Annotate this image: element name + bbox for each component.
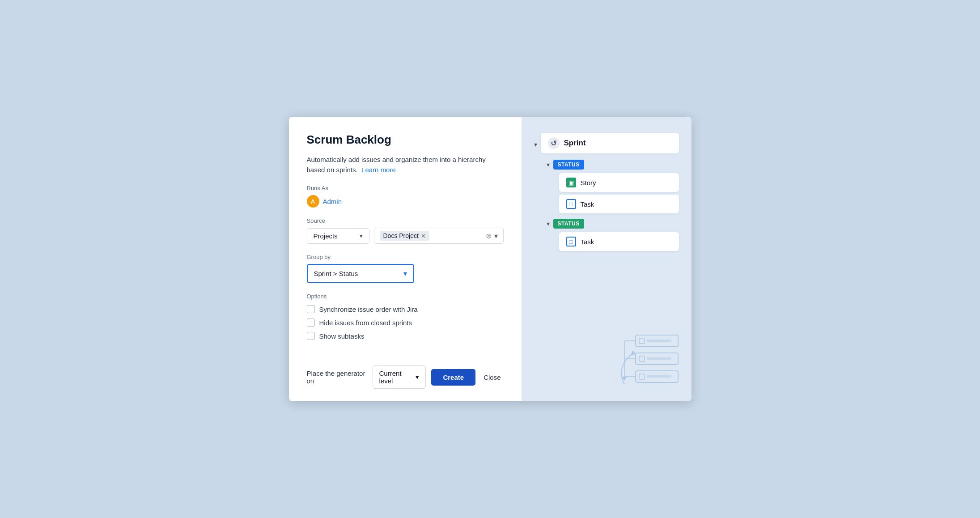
dialog-title: Scrum Backlog — [307, 133, 504, 147]
groupby-select[interactable]: Sprint > Status ▾ — [307, 264, 414, 283]
option-subtasks[interactable]: Show subtasks — [307, 332, 504, 340]
runs-as-section: Runs As A Admin — [307, 185, 504, 208]
avatar: A — [307, 195, 319, 208]
second-task-icon: □ — [566, 237, 576, 246]
svg-rect-6 — [647, 357, 671, 360]
groupby-label: Group by — [307, 254, 504, 260]
svg-rect-9 — [647, 375, 671, 378]
project-tag-input[interactable]: Docs Project ✕ ⊗ ▾ — [374, 228, 504, 244]
svg-rect-3 — [647, 340, 671, 342]
tag-clear-icon[interactable]: ⊗ — [486, 232, 492, 240]
tag-remove-icon[interactable]: ✕ — [421, 233, 426, 239]
source-section: Source Projects ▾ Docs Project ✕ ⊗ ▾ — [307, 217, 504, 244]
groupby-chevron-icon: ▾ — [403, 269, 407, 278]
story-card: ▣ Story — [559, 173, 679, 192]
left-panel: Scrum Backlog Automatically add issues a… — [289, 117, 522, 401]
sprint-row: ▾ ↺ Sprint — [534, 133, 679, 156]
source-chevron-icon: ▾ — [360, 233, 363, 239]
second-status-badge: STATUS — [553, 219, 584, 229]
second-status-row: ▾ STATUS — [547, 219, 679, 229]
runs-as-label: Runs As — [307, 185, 504, 191]
source-select[interactable]: Projects ▾ — [307, 228, 369, 244]
decorative-diagram — [611, 331, 683, 391]
sprint-chevron-icon[interactable]: ▾ — [534, 141, 537, 148]
sync-checkbox[interactable] — [307, 305, 315, 313]
source-row: Projects ▾ Docs Project ✕ ⊗ ▾ — [307, 228, 504, 244]
first-status-row: ▾ STATUS — [547, 160, 679, 170]
subtasks-checkbox[interactable] — [307, 332, 315, 340]
close-button[interactable]: Close — [481, 369, 503, 386]
options-label: Options — [307, 293, 504, 300]
option-hide[interactable]: Hide issues from closed sprints — [307, 318, 504, 327]
svg-rect-2 — [639, 338, 645, 344]
option-sync[interactable]: Synchronize issue order with Jira — [307, 305, 504, 313]
place-on-label: Place the generator on — [307, 369, 367, 385]
dialog-description: Automatically add issues and organize th… — [307, 155, 504, 175]
place-on-select[interactable]: Current level ▾ — [373, 365, 426, 389]
hide-checkbox[interactable] — [307, 318, 315, 327]
hierarchy-tree: ▾ ↺ Sprint ▾ STATUS ▣ Story — [534, 133, 679, 251]
right-panel: ▾ ↺ Sprint ▾ STATUS ▣ Story — [522, 117, 692, 401]
first-status-badge: STATUS — [553, 160, 584, 170]
second-status-chevron-icon[interactable]: ▾ — [547, 220, 550, 227]
first-status-chevron-icon[interactable]: ▾ — [547, 161, 550, 168]
source-label: Source — [307, 217, 504, 224]
options-section: Options Synchronize issue order with Jir… — [307, 293, 504, 345]
footer-row: Place the generator on Current level ▾ C… — [307, 358, 504, 389]
svg-rect-5 — [639, 356, 645, 361]
second-task-card: □ Task — [559, 232, 679, 251]
dialog-wrapper: Scrum Backlog Automatically add issues a… — [289, 117, 692, 401]
tag-input-actions: ⊗ ▾ — [486, 232, 498, 240]
story-row: ▣ Story — [559, 173, 679, 192]
tag-dropdown-icon[interactable]: ▾ — [494, 232, 498, 240]
sprint-icon: ↺ — [548, 137, 560, 149]
learn-more-link[interactable]: Learn more — [361, 166, 396, 174]
second-task-row: □ Task — [559, 232, 679, 251]
first-task-icon: □ — [566, 199, 576, 209]
sprint-card: ↺ Sprint — [541, 133, 679, 153]
groupby-section: Group by Sprint > Status ▾ — [307, 254, 504, 283]
place-on-chevron-icon: ▾ — [416, 373, 419, 381]
story-icon: ▣ — [566, 178, 576, 187]
svg-rect-8 — [639, 374, 645, 379]
first-task-row: □ Task — [559, 195, 679, 213]
project-tag-chip: Docs Project ✕ — [380, 231, 429, 241]
runs-as-user: A Admin — [307, 195, 504, 208]
user-name-link[interactable]: Admin — [323, 198, 342, 205]
create-button[interactable]: Create — [431, 369, 475, 386]
first-task-card: □ Task — [559, 195, 679, 213]
